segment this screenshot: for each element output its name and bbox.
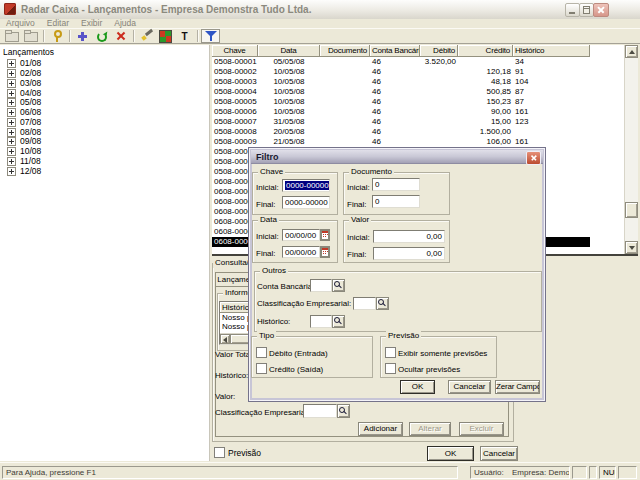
expand-plus-icon[interactable] — [7, 128, 16, 137]
expand-plus-icon[interactable] — [7, 98, 16, 107]
menu-arquivo[interactable]: Arquivo — [0, 19, 41, 28]
documento-final-field[interactable]: 0 — [372, 195, 420, 208]
table-row[interactable]: 0508-0000610/05/084690,00161 — [212, 107, 590, 117]
credito-checkbox[interactable] — [256, 363, 267, 374]
classificacao-empresarial-field[interactable] — [353, 297, 376, 310]
dialog-ok-button[interactable]: OK — [400, 380, 435, 394]
toolbar-separator — [43, 30, 44, 42]
expand-plus-icon[interactable] — [7, 147, 16, 156]
data-inicial-calendar-button[interactable] — [320, 229, 330, 241]
column-header[interactable]: Débito — [420, 45, 458, 57]
menu-exibir[interactable]: Exibir — [75, 19, 108, 28]
text-button[interactable] — [175, 29, 194, 43]
outros-caption: Outros — [260, 266, 288, 276]
menu-editar[interactable]: Editar — [41, 19, 75, 28]
zerar-campos-button[interactable]: Zerar Campos — [495, 380, 540, 394]
conta-bancaria-field[interactable] — [310, 279, 332, 292]
text-icon — [180, 31, 190, 42]
dialog-cancelar-button[interactable]: Cancelar — [448, 380, 491, 394]
table-row[interactable]: 0508-0000820/05/08461.500,00 — [212, 127, 590, 137]
tree-item-11-08[interactable]: 11/08 — [0, 157, 209, 167]
documento-inicial-field[interactable]: 0 — [372, 178, 420, 191]
table-row[interactable]: 0508-0000731/05/084615,00123 — [212, 117, 590, 127]
dialog-title-bar[interactable]: Filtro — [251, 150, 543, 164]
column-header[interactable]: Histórico — [513, 45, 590, 57]
classificacao-lookup-button[interactable] — [337, 404, 350, 418]
table-row[interactable]: 0508-0000310/05/084648,18104 — [212, 77, 590, 87]
key-button[interactable] — [47, 29, 66, 43]
excluir-button[interactable]: Excluir — [459, 422, 504, 436]
dialog-close-button[interactable] — [526, 151, 541, 165]
historico-field[interactable] — [310, 315, 332, 328]
historico-lookup-button[interactable] — [332, 315, 345, 328]
menu-ajuda[interactable]: Ajuda — [108, 19, 142, 28]
close-button[interactable] — [593, 3, 609, 17]
table-row[interactable]: 0508-0000410/05/0846500,8587 — [212, 87, 590, 97]
adicionar-button[interactable]: Adicionar — [358, 422, 403, 436]
table-row[interactable]: 0508-0000921/05/0846106,00161 — [212, 137, 590, 147]
expand-plus-icon[interactable] — [7, 69, 16, 78]
expand-plus-icon[interactable] — [7, 118, 16, 127]
tipo-caption: Tipo — [257, 331, 276, 341]
alterar-button[interactable]: Alterar — [409, 422, 451, 436]
debito-checkbox[interactable] — [256, 347, 267, 358]
previsao-caption: Previsão — [386, 331, 421, 341]
tree-item-07-08[interactable]: 07/08 — [0, 118, 209, 128]
ocultar-previsoes-checkbox[interactable] — [385, 363, 396, 374]
expand-plus-icon[interactable] — [7, 167, 16, 176]
table-row[interactable]: 0508-0000105/05/08463.520,0034 — [212, 57, 590, 67]
brush-button[interactable] — [137, 29, 156, 43]
filter-button[interactable] — [201, 29, 220, 43]
scroll-left-button[interactable] — [220, 334, 230, 344]
table-row[interactable]: 0508-0000210/05/0846120,1891 — [212, 67, 590, 77]
expand-plus-icon[interactable] — [7, 157, 16, 166]
table-row[interactable]: 0508-0000510/05/0846150,2387 — [212, 97, 590, 107]
tree-root[interactable]: Lançamentos — [0, 45, 209, 59]
tree-item-03-08[interactable]: 03/08 — [0, 79, 209, 89]
valor-inicial-field[interactable]: 0,00 — [373, 230, 445, 243]
add-button[interactable] — [73, 29, 92, 43]
restore-button[interactable] — [579, 3, 594, 17]
column-header[interactable]: Crédito — [458, 45, 513, 57]
conta-bancaria-lookup-button[interactable] — [332, 279, 345, 292]
expand-plus-icon[interactable] — [7, 108, 16, 117]
scroll-up-button[interactable] — [625, 45, 638, 58]
expand-plus-icon[interactable] — [7, 89, 16, 98]
classificacao-field[interactable] — [303, 404, 337, 418]
open-button[interactable] — [2, 29, 21, 43]
expand-plus-icon[interactable] — [7, 79, 16, 88]
minimize-button[interactable] — [565, 3, 580, 17]
exibir-previsoes-checkbox[interactable] — [385, 347, 396, 358]
previsao-checkbox[interactable] — [214, 447, 225, 458]
main-ok-button[interactable]: OK — [427, 446, 474, 461]
expand-plus-icon[interactable] — [7, 137, 16, 146]
column-header[interactable]: Chave — [212, 45, 258, 57]
valor-final-field[interactable]: 0,00 — [373, 247, 445, 260]
data-final-calendar-button[interactable] — [320, 246, 330, 258]
title-bar: Radar Caixa - Lançamentos - Empresa Demo… — [0, 0, 640, 20]
exibir-previsoes-label: Exibir somente previsões — [398, 349, 487, 358]
classificacao-lookup-button[interactable] — [376, 297, 389, 310]
refresh-icon — [96, 31, 107, 42]
menu-bar: ArquivoEditarExibirAjuda — [0, 19, 640, 28]
tree-item-12-08[interactable]: 12/08 — [0, 166, 209, 176]
scrollbar-thumb[interactable] — [625, 202, 638, 218]
refresh-button[interactable] — [92, 29, 111, 43]
window-title: Radar Caixa - Lançamentos - Empresa Demo… — [21, 0, 311, 19]
data-inicial-field[interactable]: 00/00/00 — [282, 229, 320, 241]
column-header[interactable]: Data — [258, 45, 320, 57]
dialog-title: Filtro — [256, 152, 279, 162]
column-header[interactable]: Conta Bancária — [370, 45, 420, 57]
folder-button[interactable] — [21, 29, 40, 43]
column-header[interactable]: Documento — [320, 45, 370, 57]
spreadsheet-button[interactable] — [156, 29, 175, 43]
chave-inicial-field[interactable]: 0000-00000 — [282, 179, 330, 192]
data-final-field[interactable]: 00/00/00 — [282, 246, 320, 258]
vertical-scrollbar[interactable] — [624, 45, 638, 254]
scroll-down-button[interactable] — [625, 241, 638, 254]
main-cancelar-button[interactable]: Cancelar — [480, 446, 518, 461]
expand-plus-icon[interactable] — [7, 59, 16, 68]
chave-final-field[interactable]: 0000-00000 — [282, 196, 330, 209]
delete-button[interactable] — [111, 29, 130, 43]
chave-final-label: Final: — [256, 200, 276, 209]
